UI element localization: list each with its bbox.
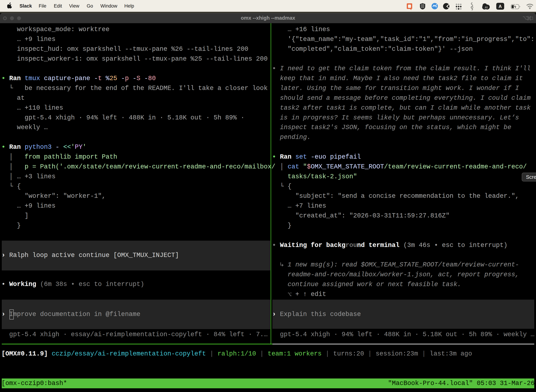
svg-text:A: A bbox=[498, 4, 502, 9]
svg-text:..61: ..61 bbox=[484, 6, 488, 9]
svg-text:1: 1 bbox=[531, 16, 533, 21]
